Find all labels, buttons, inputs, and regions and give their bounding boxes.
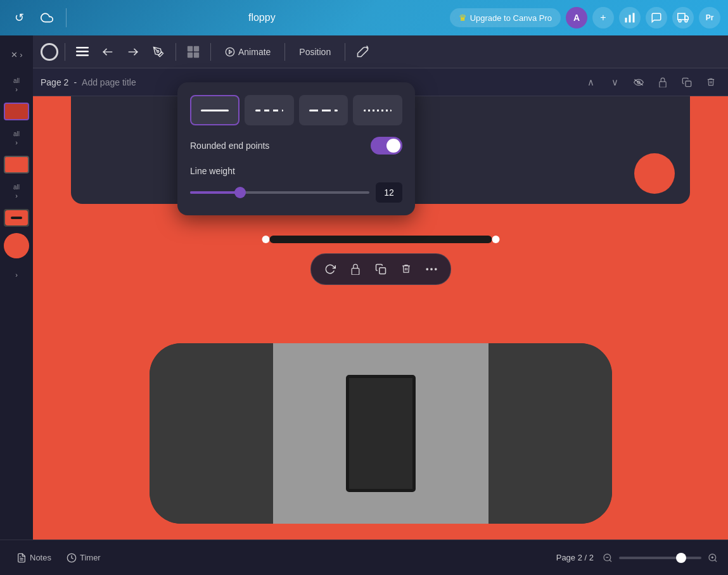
sidebar-label-2: all [13,130,20,137]
longdash-line-inner [309,110,337,111]
page-up-button[interactable]: ∧ [581,73,600,92]
svg-rect-13 [188,46,193,51]
page1-circle [634,153,675,194]
page-copy-button[interactable] [677,73,696,92]
upgrade-label: Upgrade to Canva Pro [470,13,552,23]
svg-rect-2 [633,13,635,23]
timer-button[interactable]: Timer [60,549,107,567]
ft-lock-button[interactable] [344,258,367,281]
toggle-knob [386,139,400,153]
svg-point-26 [430,268,433,270]
share-button[interactable] [672,7,694,28]
page-down-button[interactable]: ∨ [605,73,624,92]
line-style-options [190,95,402,125]
floppy-right [489,343,612,524]
zoom-slider[interactable] [619,557,701,559]
floppy-write-window [346,375,416,492]
shape-selector[interactable] [41,43,58,61]
svg-rect-22 [686,81,691,87]
cloud-sync-button[interactable] [35,6,58,29]
ft-more-button[interactable] [420,258,443,281]
ft-delete-button[interactable] [395,258,418,281]
svg-point-17 [226,47,234,56]
grid-pattern-button[interactable] [182,41,204,63]
line-body [269,236,492,243]
comments-button[interactable] [646,7,667,28]
pen-tool-button[interactable] [148,41,169,63]
left-sidebar: ✕ › all › all › all › › [0,35,33,540]
sidebar-page-3-thumbnail[interactable] [4,209,29,227]
sidebar-label-1: all [13,77,20,84]
toolbar-divider-3 [210,43,211,61]
sidebar-all-item-1[interactable]: all › [3,71,30,99]
sidebar-all-item-3[interactable]: all › [3,177,30,205]
undo-button[interactable]: ↺ [8,6,30,29]
zoom-slider-thumb[interactable] [676,553,686,563]
timer-label: Timer [80,553,101,562]
arrow-right-button[interactable] [122,41,144,63]
line-style-popup: Rounded end points Line weight 12 [177,82,415,215]
dotted-line-preview [354,110,401,111]
line-style-dashed-button[interactable] [245,95,294,125]
line-weight-slider[interactable] [190,191,369,194]
svg-point-12 [157,50,159,52]
color-swatch[interactable] [4,233,29,258]
analytics-button[interactable] [619,7,641,28]
page-indicator: Page 2 / 2 [556,553,594,562]
position-button[interactable]: Position [291,43,338,61]
animate-label: Animate [238,47,271,57]
bottom-bar: Notes Timer Page 2 / 2 [0,540,728,575]
ft-duplicate-button[interactable] [369,258,392,281]
avatar-button[interactable]: A [566,7,587,28]
animate-button[interactable]: Animate [217,43,278,61]
arrow-left-button[interactable] [97,41,118,63]
zoom-in-icon [708,553,718,563]
page-visibility-button[interactable] [629,73,648,92]
lines-menu-button[interactable] [72,41,93,63]
add-element-button[interactable]: + [592,7,614,28]
more-button[interactable]: Pr [699,7,720,28]
floppy-center [273,343,489,524]
dotted-line-inner [364,110,392,111]
svg-line-35 [715,560,717,562]
svg-rect-9 [76,54,89,56]
sidebar-close-panel[interactable]: ✕ › [3,41,30,68]
svg-line-32 [610,560,611,562]
svg-point-6 [685,20,687,22]
sidebar-expand-4[interactable]: › [3,261,30,289]
svg-point-5 [679,20,681,22]
sidebar-page-2-thumbnail[interactable] [4,156,29,174]
page-lock-button[interactable] [653,73,672,92]
svg-point-25 [426,268,428,270]
line-style-longdash-button[interactable] [299,95,348,125]
ft-rotate-button[interactable] [319,258,342,281]
add-page-title-link[interactable]: Add page title [82,77,136,87]
upgrade-button[interactable]: ♛ Upgrade to Canva Pro [450,8,561,27]
line-style-dotted-button[interactable] [353,95,402,125]
line-weight-label: Line weight [190,166,402,176]
rounded-endpoints-label: Rounded end points [190,141,269,151]
notes-label: Notes [30,553,51,562]
sidebar-all-item-2[interactable]: all › [3,124,30,152]
line-start-handle[interactable] [262,236,269,243]
header-divider-1 [66,8,67,27]
chevron-right-icon-2: › [15,139,18,146]
toolbar-divider-1 [65,43,65,61]
paint-button[interactable] [352,41,373,63]
rounded-endpoints-toggle[interactable] [371,137,402,155]
close-panel-icon: ✕ › [11,50,23,60]
canvas-line-element[interactable] [262,236,499,243]
element-floating-toolbar [310,253,451,285]
page-title: Page 2 [41,77,68,87]
sidebar-page-1-thumbnail[interactable] [4,103,29,120]
zoom-out-icon [603,553,613,563]
line-style-solid-button[interactable] [190,95,239,125]
floppy-body [150,343,612,524]
svg-marker-4 [685,16,688,20]
weight-slider-thumb[interactable] [234,187,246,198]
crown-icon: ♛ [459,13,467,23]
svg-rect-0 [625,18,627,23]
page-delete-button[interactable] [701,73,720,92]
notes-button[interactable]: Notes [10,549,58,567]
line-end-handle[interactable] [492,236,499,243]
